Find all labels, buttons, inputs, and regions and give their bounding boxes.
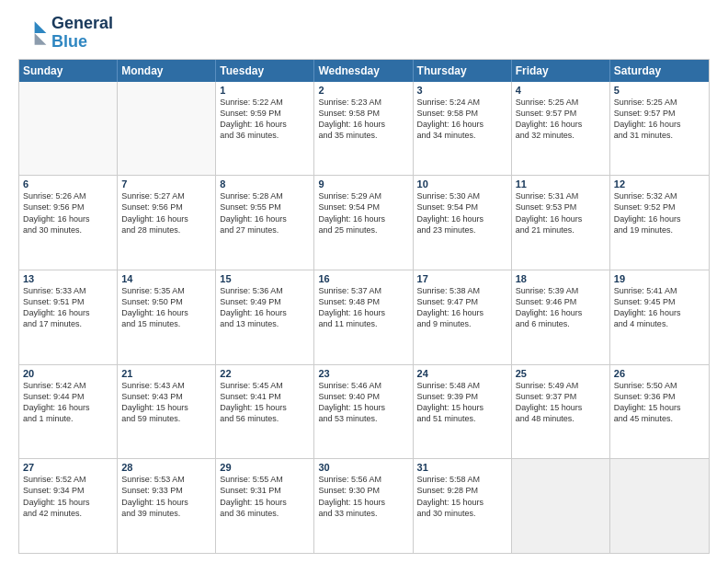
day-info: Sunrise: 5:25 AM Sunset: 9:57 PM Dayligh… (614, 97, 705, 142)
day-info: Sunrise: 5:23 AM Sunset: 9:58 PM Dayligh… (318, 97, 408, 142)
day-cell-5: 5Sunrise: 5:25 AM Sunset: 9:57 PM Daylig… (610, 82, 709, 176)
day-number: 22 (220, 368, 310, 379)
weekday-header-friday: Friday (512, 60, 610, 82)
calendar-header: SundayMondayTuesdayWednesdayThursdayFrid… (19, 60, 709, 82)
day-cell-27: 27Sunrise: 5:52 AM Sunset: 9:34 PM Dayli… (19, 459, 118, 553)
day-info: Sunrise: 5:38 AM Sunset: 9:47 PM Dayligh… (417, 285, 507, 330)
day-info: Sunrise: 5:37 AM Sunset: 9:48 PM Dayligh… (318, 285, 408, 330)
day-number: 5 (614, 85, 705, 96)
day-info: Sunrise: 5:32 AM Sunset: 9:52 PM Dayligh… (614, 190, 705, 236)
day-info: Sunrise: 5:31 AM Sunset: 9:53 PM Dayligh… (516, 190, 606, 236)
logo: General Blue (18, 15, 113, 52)
day-cell-3: 3Sunrise: 5:24 AM Sunset: 9:58 PM Daylig… (414, 82, 512, 176)
day-info: Sunrise: 5:58 AM Sunset: 9:28 PM Dayligh… (417, 474, 507, 519)
calendar-row-2: 6Sunrise: 5:26 AM Sunset: 9:56 PM Daylig… (19, 175, 709, 270)
day-cell-6: 6Sunrise: 5:26 AM Sunset: 9:56 PM Daylig… (19, 176, 118, 270)
day-info: Sunrise: 5:28 AM Sunset: 9:55 PM Dayligh… (220, 190, 310, 236)
day-cell-31: 31Sunrise: 5:58 AM Sunset: 9:28 PM Dayli… (414, 459, 512, 553)
day-cell-8: 8Sunrise: 5:28 AM Sunset: 9:55 PM Daylig… (216, 176, 314, 270)
logo-text-blue: Blue (51, 33, 113, 52)
empty-cell (19, 82, 118, 176)
day-cell-21: 21Sunrise: 5:43 AM Sunset: 9:43 PM Dayli… (118, 365, 216, 459)
calendar-row-3: 13Sunrise: 5:33 AM Sunset: 9:51 PM Dayli… (19, 270, 709, 364)
day-number: 14 (121, 273, 211, 284)
day-info: Sunrise: 5:36 AM Sunset: 9:49 PM Dayligh… (220, 285, 310, 330)
weekday-header-saturday: Saturday (610, 60, 709, 82)
day-number: 25 (516, 368, 606, 379)
svg-marker-0 (35, 21, 47, 33)
svg-marker-1 (35, 33, 47, 45)
day-number: 16 (318, 273, 408, 284)
day-cell-23: 23Sunrise: 5:46 AM Sunset: 9:40 PM Dayli… (314, 365, 413, 459)
day-info: Sunrise: 5:53 AM Sunset: 9:33 PM Dayligh… (121, 474, 211, 519)
day-cell-13: 13Sunrise: 5:33 AM Sunset: 9:51 PM Dayli… (19, 270, 118, 364)
day-cell-11: 11Sunrise: 5:31 AM Sunset: 9:53 PM Dayli… (512, 176, 610, 270)
day-info: Sunrise: 5:56 AM Sunset: 9:30 PM Dayligh… (318, 474, 408, 519)
day-info: Sunrise: 5:43 AM Sunset: 9:43 PM Dayligh… (121, 380, 211, 425)
weekday-header-sunday: Sunday (19, 60, 118, 82)
calendar-row-1: 1Sunrise: 5:22 AM Sunset: 9:59 PM Daylig… (19, 82, 709, 176)
day-cell-12: 12Sunrise: 5:32 AM Sunset: 9:52 PM Dayli… (610, 176, 709, 270)
day-number: 1 (220, 85, 310, 96)
day-number: 10 (417, 178, 507, 190)
day-info: Sunrise: 5:24 AM Sunset: 9:58 PM Dayligh… (417, 97, 507, 142)
day-number: 2 (318, 85, 408, 96)
day-info: Sunrise: 5:48 AM Sunset: 9:39 PM Dayligh… (417, 380, 507, 425)
day-number: 30 (318, 462, 408, 473)
day-number: 27 (23, 462, 113, 473)
page: General Blue SundayMondayTuesdayWednesda… (0, 0, 728, 563)
day-number: 19 (614, 273, 705, 284)
day-number: 21 (121, 368, 211, 379)
day-number: 4 (516, 85, 606, 96)
day-number: 11 (516, 178, 606, 190)
calendar-row-4: 20Sunrise: 5:42 AM Sunset: 9:44 PM Dayli… (19, 364, 709, 459)
day-number: 23 (318, 368, 408, 379)
day-number: 20 (23, 368, 113, 379)
weekday-header-wednesday: Wednesday (314, 60, 413, 82)
day-info: Sunrise: 5:49 AM Sunset: 9:37 PM Dayligh… (516, 380, 606, 425)
day-cell-29: 29Sunrise: 5:55 AM Sunset: 9:31 PM Dayli… (216, 459, 314, 553)
empty-cell (118, 82, 216, 176)
day-number: 13 (23, 273, 113, 284)
day-number: 24 (417, 368, 507, 379)
day-info: Sunrise: 5:35 AM Sunset: 9:50 PM Dayligh… (121, 285, 211, 330)
calendar-body: 1Sunrise: 5:22 AM Sunset: 9:59 PM Daylig… (19, 82, 709, 553)
day-cell-19: 19Sunrise: 5:41 AM Sunset: 9:45 PM Dayli… (610, 270, 709, 364)
day-number: 15 (220, 273, 310, 284)
day-cell-1: 1Sunrise: 5:22 AM Sunset: 9:59 PM Daylig… (216, 82, 314, 176)
day-info: Sunrise: 5:52 AM Sunset: 9:34 PM Dayligh… (23, 474, 113, 519)
day-number: 28 (121, 462, 211, 473)
weekday-header-thursday: Thursday (414, 60, 512, 82)
day-cell-10: 10Sunrise: 5:30 AM Sunset: 9:54 PM Dayli… (414, 176, 512, 270)
day-cell-9: 9Sunrise: 5:29 AM Sunset: 9:54 PM Daylig… (314, 176, 413, 270)
day-info: Sunrise: 5:46 AM Sunset: 9:40 PM Dayligh… (318, 380, 408, 425)
day-info: Sunrise: 5:55 AM Sunset: 9:31 PM Dayligh… (220, 474, 310, 519)
day-cell-30: 30Sunrise: 5:56 AM Sunset: 9:30 PM Dayli… (314, 459, 413, 553)
weekday-header-monday: Monday (118, 60, 216, 82)
day-number: 31 (417, 462, 507, 473)
day-number: 8 (220, 178, 310, 190)
logo-icon (18, 18, 48, 48)
day-number: 3 (417, 85, 507, 96)
day-info: Sunrise: 5:27 AM Sunset: 9:56 PM Dayligh… (121, 190, 211, 236)
day-cell-4: 4Sunrise: 5:25 AM Sunset: 9:57 PM Daylig… (512, 82, 610, 176)
day-number: 7 (121, 178, 211, 190)
day-info: Sunrise: 5:45 AM Sunset: 9:41 PM Dayligh… (220, 380, 310, 425)
day-cell-28: 28Sunrise: 5:53 AM Sunset: 9:33 PM Dayli… (118, 459, 216, 553)
day-cell-18: 18Sunrise: 5:39 AM Sunset: 9:46 PM Dayli… (512, 270, 610, 364)
day-cell-2: 2Sunrise: 5:23 AM Sunset: 9:58 PM Daylig… (314, 82, 413, 176)
day-info: Sunrise: 5:33 AM Sunset: 9:51 PM Dayligh… (23, 285, 113, 330)
day-cell-15: 15Sunrise: 5:36 AM Sunset: 9:49 PM Dayli… (216, 270, 314, 364)
day-cell-26: 26Sunrise: 5:50 AM Sunset: 9:36 PM Dayli… (610, 365, 709, 459)
day-number: 29 (220, 462, 310, 473)
day-info: Sunrise: 5:42 AM Sunset: 9:44 PM Dayligh… (23, 380, 113, 425)
day-number: 26 (614, 368, 705, 379)
day-cell-16: 16Sunrise: 5:37 AM Sunset: 9:48 PM Dayli… (314, 270, 413, 364)
day-info: Sunrise: 5:30 AM Sunset: 9:54 PM Dayligh… (417, 190, 507, 236)
day-info: Sunrise: 5:22 AM Sunset: 9:59 PM Dayligh… (220, 97, 310, 142)
logo-text-general: General (51, 15, 113, 33)
calendar-row-5: 27Sunrise: 5:52 AM Sunset: 9:34 PM Dayli… (19, 458, 709, 553)
header: General Blue (18, 15, 710, 52)
empty-cell (512, 459, 610, 553)
day-cell-14: 14Sunrise: 5:35 AM Sunset: 9:50 PM Dayli… (118, 270, 216, 364)
